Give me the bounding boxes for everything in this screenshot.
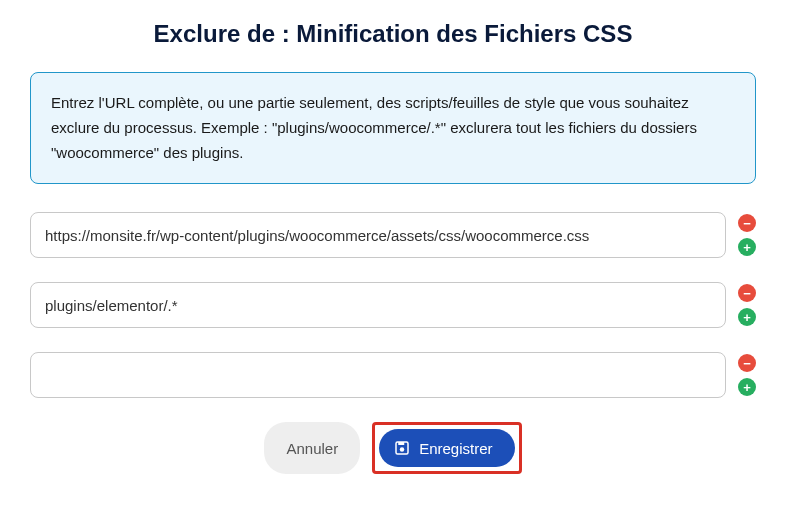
cancel-button[interactable]: Annuler bbox=[264, 422, 360, 474]
dialog-footer: Annuler Enregistrer bbox=[10, 422, 776, 474]
save-button[interactable]: Enregistrer bbox=[379, 429, 514, 467]
exclusion-input[interactable] bbox=[30, 282, 726, 328]
svg-rect-2 bbox=[398, 442, 404, 445]
save-icon bbox=[393, 439, 411, 457]
exclusion-rows: − + − + − + bbox=[30, 212, 756, 398]
dialog-title: Exclure de : Minification des Fichiers C… bbox=[10, 20, 776, 48]
exclusion-input[interactable] bbox=[30, 212, 726, 258]
remove-icon[interactable]: − bbox=[738, 214, 756, 232]
save-highlight: Enregistrer bbox=[372, 422, 521, 474]
exclusion-row: − + bbox=[30, 352, 756, 398]
exclusion-row: − + bbox=[30, 212, 756, 258]
add-icon[interactable]: + bbox=[738, 308, 756, 326]
row-actions: − + bbox=[738, 354, 756, 396]
row-actions: − + bbox=[738, 284, 756, 326]
row-actions: − + bbox=[738, 214, 756, 256]
svg-point-1 bbox=[400, 448, 405, 453]
remove-icon[interactable]: − bbox=[738, 284, 756, 302]
add-icon[interactable]: + bbox=[738, 238, 756, 256]
add-icon[interactable]: + bbox=[738, 378, 756, 396]
exclusion-input[interactable] bbox=[30, 352, 726, 398]
exclusion-row: − + bbox=[30, 282, 756, 328]
info-box: Entrez l'URL complète, ou une partie seu… bbox=[30, 72, 756, 184]
remove-icon[interactable]: − bbox=[738, 354, 756, 372]
save-button-label: Enregistrer bbox=[419, 440, 492, 457]
dialog: Exclure de : Minification des Fichiers C… bbox=[10, 20, 776, 474]
